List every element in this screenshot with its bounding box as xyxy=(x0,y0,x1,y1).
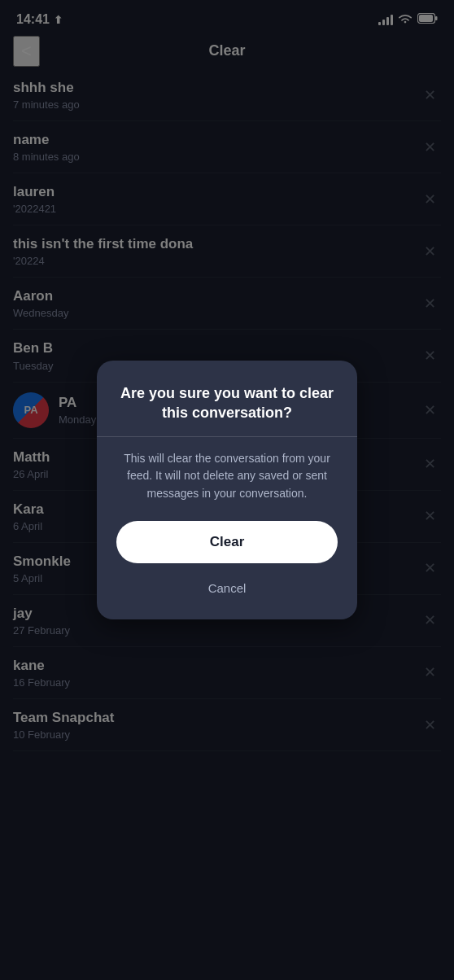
modal-overlay: Are you sure you want to clear this conv… xyxy=(0,0,454,980)
modal-divider xyxy=(97,436,357,437)
modal-clear-button[interactable]: Clear xyxy=(116,521,338,563)
modal-body: This will clear the conversation from yo… xyxy=(116,450,338,503)
modal-title: Are you sure you want to clear this conv… xyxy=(116,383,338,423)
modal-cancel-button[interactable]: Cancel xyxy=(116,573,338,603)
clear-conversation-modal: Are you sure you want to clear this conv… xyxy=(97,361,357,619)
